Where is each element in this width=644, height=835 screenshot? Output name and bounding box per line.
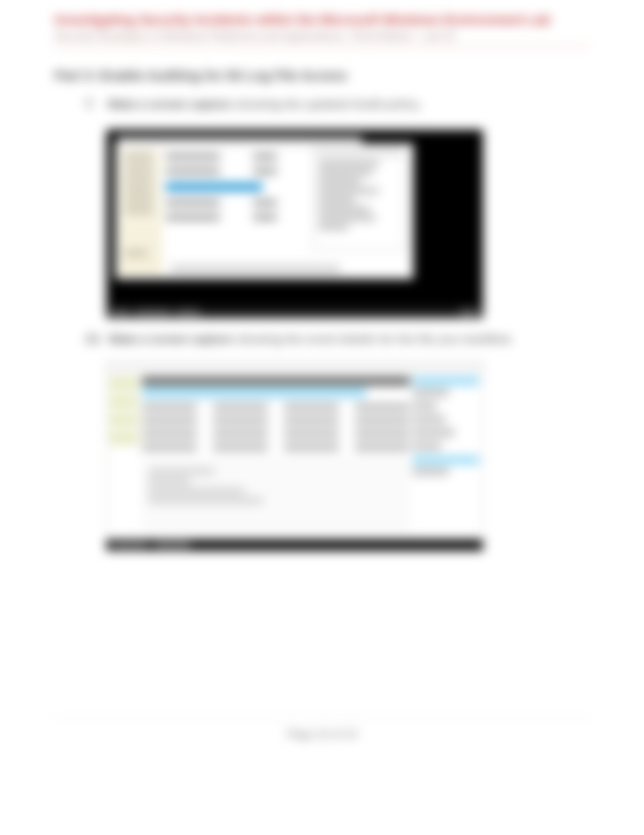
page-title: Investigating Security Incidents within … (55, 12, 589, 28)
step-item: 7. Make a screen capture showing the upd… (85, 97, 589, 111)
step-rest: showing the updated Audit policy. (232, 98, 421, 110)
page-subtitle: Security Strategies in Windows Platforms… (55, 30, 589, 47)
step-number: 7. (85, 97, 101, 111)
step-number: 13. (85, 332, 102, 346)
step-rest: showing the event details for the file y… (233, 333, 513, 345)
screenshot-audit-policy (106, 129, 483, 319)
page-footer: Page 12 of 13 (0, 728, 644, 741)
highlighted-event (142, 388, 366, 397)
step-item: 13. Make a screen capture showing the ev… (85, 332, 589, 346)
screenshot-event-details (106, 362, 483, 551)
section-heading: Part 3: Enable Auditing for IIS Log File… (55, 68, 589, 84)
highlighted-policy (166, 183, 263, 191)
step-lead: Make a screen capture (108, 98, 232, 110)
step-lead: Make a screen capture (109, 333, 233, 345)
